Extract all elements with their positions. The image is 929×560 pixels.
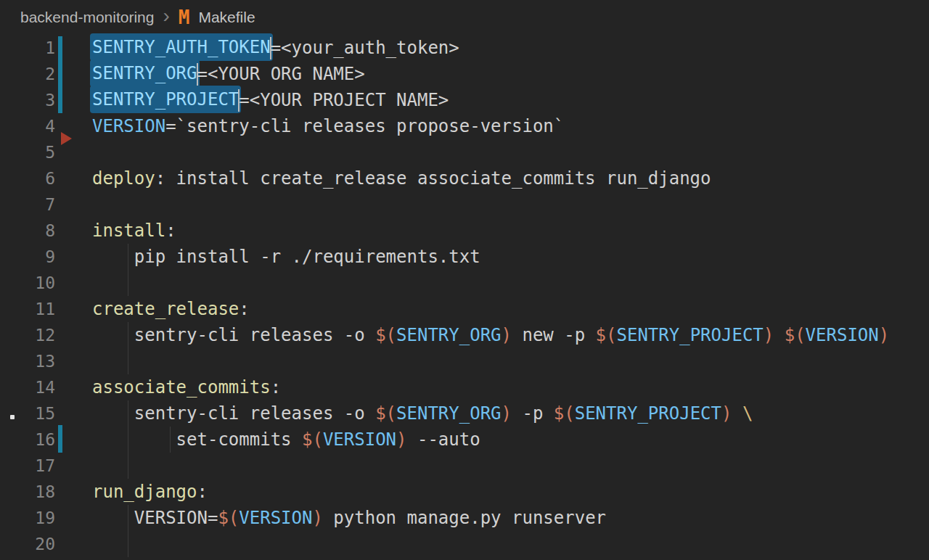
code-line[interactable]: 12 sentry-cli releases -o $(SENTRY_ORG) … <box>0 322 929 348</box>
line-number[interactable]: 17 <box>0 456 55 475</box>
line-number[interactable]: 8 <box>0 221 55 240</box>
code-line[interactable]: 5 <box>0 139 929 165</box>
line-number[interactable]: 16 <box>0 430 55 449</box>
code-segment: $( <box>218 508 239 528</box>
code-segment <box>774 325 784 345</box>
breadcrumb: backend-monitoring › M Makefile <box>0 0 929 35</box>
code-segment: VERSION <box>239 508 312 528</box>
code-line[interactable]: 6deploy: install create_release associat… <box>0 165 929 192</box>
code-line[interactable]: 9 pip install -r ./requirements.txt <box>0 244 929 270</box>
code-segment: pip install -r ./requirements.txt <box>92 247 480 267</box>
code-segment: ) <box>764 325 774 345</box>
code-line[interactable]: 13 <box>0 348 929 374</box>
code-segment: : install create_release associate_commi… <box>155 168 711 189</box>
makefile-icon: M <box>179 8 190 27</box>
code-line[interactable]: 16 set-commits $(VERSION) --auto <box>0 427 929 453</box>
code-line[interactable]: 15 sentry-cli releases -o $(SENTRY_ORG) … <box>0 400 929 427</box>
line-number[interactable]: 13 <box>0 352 55 371</box>
code-segment: install <box>92 221 165 241</box>
code-line[interactable]: 4VERSION=`sentry-cli releases propose-ve… <box>0 113 929 139</box>
line-number[interactable]: 7 <box>0 195 55 214</box>
line-number[interactable]: 12 <box>0 326 55 345</box>
line-number[interactable]: 1 <box>0 38 55 57</box>
code-line-content[interactable]: create_release: <box>92 299 250 319</box>
code-segment: VERSION <box>92 116 165 136</box>
code-line[interactable]: 8install: <box>0 218 929 244</box>
code-line-content[interactable]: deploy: install create_release associate… <box>92 168 711 189</box>
code-segment: VERSION <box>806 325 879 345</box>
code-line-content[interactable]: sentry-cli releases -o $(SENTRY_ORG) new… <box>92 325 889 345</box>
code-line[interactable]: 1SENTRY_AUTH_TOKEN=<your_auth_token> <box>0 35 929 61</box>
code-segment: python manage.py runserver <box>323 508 606 528</box>
code-segment: ) <box>312 508 322 528</box>
code-line[interactable]: 20 <box>0 531 929 557</box>
code-segment: : <box>165 221 176 241</box>
code-line-content[interactable]: SENTRY_PROJECT=<YOUR PROJECT NAME> <box>92 89 449 112</box>
selected-token: SENTRY_ORG <box>90 59 200 87</box>
line-number[interactable]: 15 <box>0 404 55 423</box>
code-segment: associate_commits <box>92 377 271 398</box>
breadcrumb-file[interactable]: Makefile <box>198 9 255 26</box>
line-number[interactable]: 4 <box>0 117 55 136</box>
code-segment: =<YOUR PROJECT NAME> <box>239 89 449 110</box>
code-line[interactable]: 10 <box>0 270 929 296</box>
code-line-content[interactable]: VERSION=`sentry-cli releases propose-ver… <box>92 116 564 136</box>
code-line[interactable]: 3SENTRY_PROJECT=<YOUR PROJECT NAME> <box>0 87 929 113</box>
code-line[interactable]: 14associate_commits: <box>0 374 929 400</box>
code-line-content[interactable]: run_django: <box>92 482 208 502</box>
code-line-content[interactable]: install: <box>92 221 176 241</box>
code-segment: VERSION= <box>92 508 218 528</box>
code-segment: $( <box>375 325 396 345</box>
code-segment: $( <box>785 325 806 345</box>
code-segment: SENTRY_PROJECT <box>575 403 721 424</box>
line-number[interactable]: 3 <box>0 91 55 110</box>
code-segment: sentry-cli releases -o <box>92 403 375 424</box>
code-line[interactable]: 17 <box>0 453 929 479</box>
line-number[interactable]: 18 <box>0 482 55 501</box>
code-line-content[interactable]: SENTRY_ORG=<YOUR ORG NAME> <box>92 63 365 86</box>
code-line[interactable]: 18run_django: <box>0 479 929 505</box>
line-number[interactable]: 14 <box>0 378 55 397</box>
code-line[interactable]: 11create_release: <box>0 296 929 322</box>
code-line-content[interactable]: pip install -r ./requirements.txt <box>92 247 480 267</box>
code-segment: SENTRY_PROJECT <box>617 325 764 345</box>
code-segment: $( <box>302 429 323 450</box>
line-number[interactable]: 11 <box>0 300 55 318</box>
breadcrumb-folder[interactable]: backend-monitoring <box>20 9 154 26</box>
code-segment: SENTRY_ORG <box>396 403 502 424</box>
code-line-content[interactable]: sentry-cli releases -o $(SENTRY_ORG) -p … <box>92 403 753 424</box>
code-segment: $( <box>375 403 396 424</box>
line-number[interactable]: 6 <box>0 169 55 188</box>
code-segment: deploy <box>92 168 155 189</box>
code-segment: : <box>197 482 208 502</box>
code-line-content[interactable]: SENTRY_AUTH_TOKEN=<your_auth_token> <box>92 37 459 59</box>
code-segment: --auto <box>407 429 480 450</box>
line-number[interactable]: 2 <box>0 65 55 83</box>
code-segment: $( <box>554 403 575 424</box>
code-line-content[interactable]: VERSION=$(VERSION) python manage.py runs… <box>92 508 606 528</box>
code-segment: -p <box>512 403 554 424</box>
code-segment: ) <box>879 325 889 345</box>
code-segment: run_django <box>92 482 197 502</box>
line-number[interactable]: 9 <box>0 247 55 266</box>
code-segment: ) <box>396 429 406 450</box>
line-number[interactable]: 19 <box>0 508 55 527</box>
code-line-content[interactable]: associate_commits: <box>92 377 281 398</box>
code-line-content[interactable]: set-commits $(VERSION) --auto <box>92 429 480 450</box>
code-line[interactable]: 2SENTRY_ORG=<YOUR ORG NAME> <box>0 61 929 87</box>
code-segment: $( <box>596 325 617 345</box>
line-number[interactable]: 5 <box>0 143 55 162</box>
code-segment: =<your_auth_token> <box>271 37 459 57</box>
line-number[interactable]: 20 <box>0 535 55 553</box>
code-segment: =`sentry-cli releases propose-version` <box>165 116 564 136</box>
selected-token: SENTRY_PROJECT <box>90 86 241 113</box>
code-line[interactable]: 19 VERSION=$(VERSION) python manage.py r… <box>0 505 929 531</box>
code-segment: ) <box>502 403 512 424</box>
code-segment: VERSION <box>323 429 396 450</box>
chevron-right-icon: › <box>163 6 169 26</box>
code-line[interactable]: 7 <box>0 192 929 218</box>
code-segment: new -p <box>512 325 596 345</box>
editor[interactable]: 1SENTRY_AUTH_TOKEN=<your_auth_token>2SEN… <box>0 35 929 557</box>
code-segment: sentry-cli releases -o <box>92 325 375 345</box>
line-number[interactable]: 10 <box>0 273 55 292</box>
